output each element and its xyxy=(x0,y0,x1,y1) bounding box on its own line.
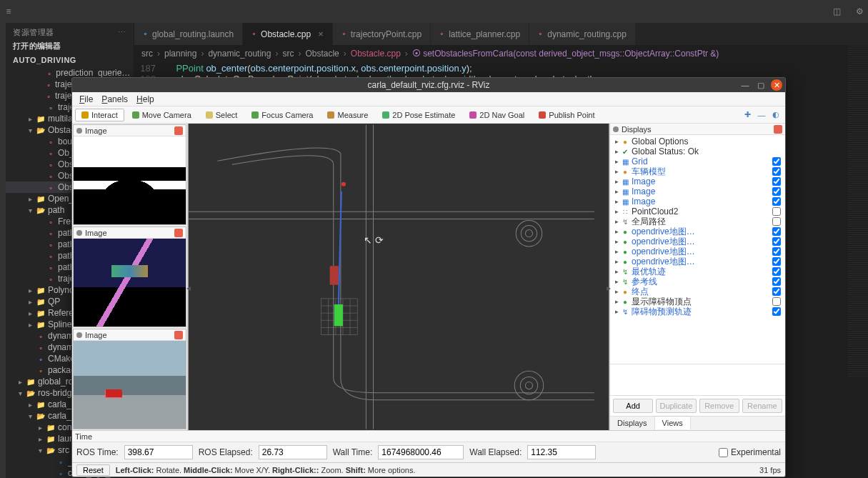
display-item[interactable]: ▸●车辆模型 xyxy=(610,166,785,176)
display-enable-checkbox[interactable] xyxy=(772,287,782,296)
breadcrumb-item[interactable]: dynamic_routing xyxy=(208,49,271,59)
reset-button[interactable]: Reset xyxy=(76,464,110,476)
settings-icon[interactable]: ⚙ xyxy=(851,0,868,23)
duplicate-button[interactable]: Duplicate xyxy=(656,399,696,413)
display-enable-checkbox[interactable] xyxy=(772,307,782,316)
workspace-root[interactable]: AUTO_DRIVING xyxy=(6,54,134,67)
breadcrumb[interactable]: src›planning›dynamic_routing›src›Obstacl… xyxy=(134,46,868,61)
display-item[interactable]: ▸↯障碍物预测轨迹 xyxy=(610,307,785,317)
explorer-more-icon[interactable]: ⋯ xyxy=(118,28,126,37)
rviz-3d-view[interactable]: ◂ ▸ xyxy=(188,124,609,430)
breadcrumb-item[interactable]: src xyxy=(282,49,294,59)
editor-tab[interactable]: ∘global_routing.launch xyxy=(134,23,243,45)
display-enable-checkbox[interactable] xyxy=(772,187,782,196)
expand-icon[interactable]: ▸ xyxy=(613,188,620,195)
close-tab-icon[interactable]: × xyxy=(318,29,324,39)
expand-icon[interactable]: ▸ xyxy=(613,208,620,215)
breadcrumb-item[interactable]: Obstacle xyxy=(305,49,339,59)
expand-icon[interactable]: ▸ xyxy=(613,268,620,275)
tab-views[interactable]: Views xyxy=(655,416,691,429)
image-panel[interactable]: Image xyxy=(73,329,186,429)
expand-icon[interactable]: ▸ xyxy=(613,148,620,155)
open-editors-header[interactable]: 打开的编辑器 xyxy=(6,39,134,54)
expand-icon[interactable]: ▸ xyxy=(613,278,620,285)
expand-icon[interactable]: ▸ xyxy=(613,198,620,205)
split-editor-icon[interactable]: ◫ xyxy=(828,0,845,23)
menu-file[interactable]: File xyxy=(79,94,93,104)
editor-tab[interactable]: ∘lattice_planner.cpp xyxy=(431,23,529,45)
expand-icon[interactable]: ▸ xyxy=(613,258,620,265)
rviz-titlebar[interactable]: carla_default_rviz.cfg.rviz - RViz — ▢ ✕ xyxy=(72,78,785,92)
tool-preferences-icon[interactable]: ◐ xyxy=(769,109,782,121)
add-display-icon[interactable]: ✚ xyxy=(741,109,754,121)
display-item[interactable]: ▸✔Global Status: Ok xyxy=(610,146,785,156)
expand-icon[interactable]: ▸ xyxy=(613,308,620,315)
menu-icon[interactable]: ≡ xyxy=(0,0,17,23)
panel-grip-icon[interactable] xyxy=(613,126,619,132)
display-enable-checkbox[interactable] xyxy=(772,197,782,206)
ros-time-input[interactable] xyxy=(124,445,193,459)
expand-icon[interactable]: ▸ xyxy=(613,158,620,165)
display-enable-checkbox[interactable] xyxy=(772,277,782,286)
editor-tab[interactable]: ∘Obstacle.cpp× xyxy=(243,23,333,45)
display-enable-checkbox[interactable] xyxy=(772,137,782,146)
expand-icon[interactable]: ▸ xyxy=(613,248,620,255)
display-enable-checkbox[interactable] xyxy=(772,167,782,176)
toolbar-measure[interactable]: Measure xyxy=(321,109,374,121)
display-enable-checkbox[interactable] xyxy=(772,157,782,166)
wall-time-input[interactable] xyxy=(378,445,464,459)
breadcrumb-item[interactable]: planning xyxy=(164,49,196,59)
image-panel[interactable]: Image xyxy=(73,226,186,327)
panel-close-icon[interactable] xyxy=(774,125,782,134)
toolbar-select[interactable]: Select xyxy=(199,109,244,121)
display-item[interactable]: ▸▦Image xyxy=(610,176,785,186)
activity-bar[interactable] xyxy=(0,23,6,478)
toolbar-focus-camera[interactable]: Focus Camera xyxy=(245,109,319,121)
remove-display-icon[interactable]: — xyxy=(755,109,768,121)
displays-tree[interactable]: ▸●Global Options▸✔Global Status: Ok▸▦Gri… xyxy=(610,135,785,364)
display-enable-checkbox[interactable] xyxy=(772,147,782,156)
editor-tab[interactable]: ∘dynamic_routing.cpp xyxy=(529,23,636,45)
display-item[interactable]: ▸●Global Options xyxy=(610,136,785,146)
experimental-checkbox[interactable] xyxy=(719,448,728,457)
toolbar-publish-point[interactable]: Publish Point xyxy=(532,109,601,121)
breadcrumb-item[interactable]: src xyxy=(141,49,153,59)
display-enable-checkbox[interactable] xyxy=(772,217,782,226)
add-button[interactable]: Add xyxy=(613,399,653,413)
toolbar-2d-pose[interactable]: 2D Pose Estimate xyxy=(376,109,462,121)
display-enable-checkbox[interactable] xyxy=(772,177,782,186)
image-viewport[interactable] xyxy=(74,341,186,429)
toolbar-move-camera[interactable]: Move Camera xyxy=(126,109,198,121)
display-enable-checkbox[interactable] xyxy=(772,267,782,276)
display-enable-checkbox[interactable] xyxy=(772,227,782,236)
display-item[interactable]: ▸▦Image xyxy=(610,186,785,196)
panel-close-icon[interactable] xyxy=(174,126,183,135)
expand-icon[interactable]: ▸ xyxy=(613,288,620,295)
image-viewport[interactable] xyxy=(74,239,186,327)
breadcrumb-file[interactable]: Obstacle.cpp xyxy=(351,49,401,59)
breadcrumb-symbol[interactable]: ⦿ setObstaclesFromCarla(const derived_ob… xyxy=(412,49,719,59)
expand-icon[interactable]: ▸ xyxy=(613,218,620,225)
expand-icon[interactable]: ▸ xyxy=(613,138,620,145)
image-viewport[interactable] xyxy=(74,136,186,224)
expand-icon[interactable]: ▸ xyxy=(613,228,620,235)
expand-icon[interactable]: ▸ xyxy=(613,298,620,305)
toolbar-interact[interactable]: Interact xyxy=(75,109,124,121)
panel-grip-icon[interactable] xyxy=(76,332,82,338)
display-enable-checkbox[interactable] xyxy=(772,237,782,246)
close-button[interactable]: ✕ xyxy=(771,79,782,91)
menu-help[interactable]: Help xyxy=(136,94,154,104)
code-line[interactable]: PPoint ob_center(obs.centerpoint.positio… xyxy=(166,63,472,74)
maximize-button[interactable]: ▢ xyxy=(755,79,767,91)
image-panel[interactable]: Image xyxy=(73,124,186,225)
expand-icon[interactable]: ▸ xyxy=(613,178,620,185)
menu-panels[interactable]: Panels xyxy=(101,94,128,104)
wall-elapsed-input[interactable] xyxy=(527,445,596,459)
ros-elapsed-input[interactable] xyxy=(259,445,327,459)
panel-grip-icon[interactable] xyxy=(76,230,82,236)
editor-tab[interactable]: ∘trajectoryPoint.cpp xyxy=(333,23,431,45)
rviz-window[interactable]: carla_default_rviz.cfg.rviz - RViz — ▢ ✕… xyxy=(71,77,786,477)
toolbar-2d-nav[interactable]: 2D Nav Goal xyxy=(463,109,531,121)
display-enable-checkbox[interactable] xyxy=(772,297,782,306)
display-item[interactable]: ▸▦Image xyxy=(610,196,785,206)
